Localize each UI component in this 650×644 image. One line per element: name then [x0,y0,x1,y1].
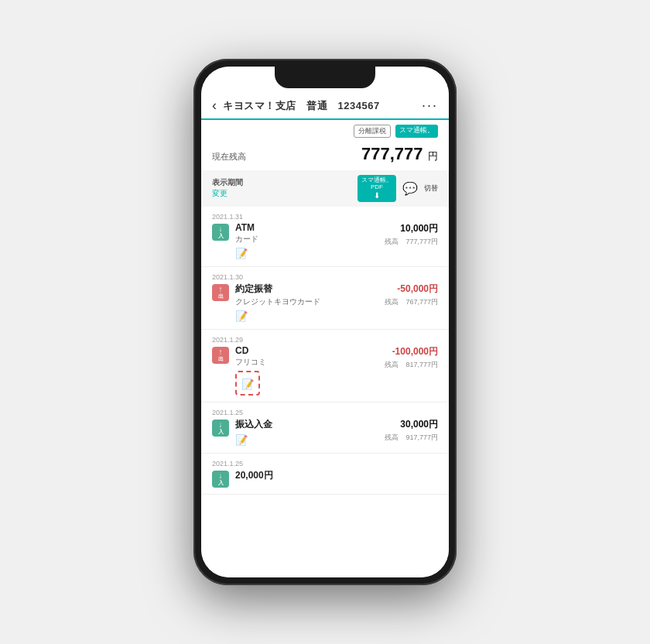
sma-badge[interactable]: スマ通帳。 [395,125,438,138]
tx-balance-1: 残高 767,777円 [385,297,438,307]
transaction-list: 2021.1.31 ↓ 入 ATM カード 📝 [201,207,449,502]
tx-direction-icon-4: ↓ 入 [212,471,229,488]
tx-direction-icon-3: ↓ 入 [212,420,229,437]
tx-date-0: 2021.1.31 [212,213,438,221]
balance-unit: 円 [428,150,438,162]
tx-name-1: 約定振替 [235,283,378,296]
tx-content-3: 振込入金 📝 [235,418,378,447]
tx-date-4: 2021.1.25 [212,460,438,468]
tx-sub-1: クレジットキヨウカード [235,296,378,307]
badges-row: 分離課税 スマ通帳。 [201,120,449,141]
period-change-button[interactable]: 変更 [212,188,243,199]
balance-label: 現在残高 [212,151,246,163]
tx-content-0: ATM カード 📝 [235,222,378,260]
tx-balance-3: 残高 917,777円 [385,433,438,443]
tx-name-0: ATM [235,222,378,233]
pdf-button[interactable]: スマ通帳。 PDF ⬇ [358,175,396,202]
tx-content-2: CD フリコミ 📝 [235,345,378,396]
tx-date-3: 2021.1.25 [212,409,438,416]
tx-balance-0: 残高 777,777円 [385,237,438,247]
tx-amounts-3: 30,000円 残高 917,777円 [385,418,438,443]
tx-name-2: CD [235,345,378,356]
tx-name-3: 振込入金 [235,418,378,431]
phone-screen: ‹ キヨスマ！支店 普通 1234567 ··· 分離課税 スマ通帳。 現在残高… [201,67,449,577]
tx-amount-3: 30,000円 [385,418,438,431]
period-section: 表示期間 変更 スマ通帳。 PDF ⬇ 💬 切替 [201,170,449,207]
period-right: スマ通帳。 PDF ⬇ 💬 切替 [358,175,438,202]
tx-date-2: 2021.1.29 [212,336,438,344]
transaction-item-0[interactable]: 2021.1.31 ↓ 入 ATM カード 📝 [201,207,449,267]
period-title: 表示期間 [212,177,243,188]
transaction-item-3[interactable]: 2021.1.25 ↓ 入 振込入金 📝 [201,402,449,454]
tx-amounts-0: 10,000円 残高 777,777円 [385,222,438,247]
bunri-badge[interactable]: 分離課税 [354,125,391,138]
balance-amount: 777,777 [361,144,423,163]
memo-icon-2[interactable]: 📝 [241,379,254,390]
memo-icon-0[interactable]: 📝 [235,248,248,259]
page-title: キヨスマ！支店 普通 1234567 [223,99,422,113]
tx-content-1: 約定振替 クレジットキヨウカード 📝 [235,283,378,323]
memo-dashed-box[interactable]: 📝 [235,371,260,396]
tx-direction-icon-1: ↑ 出 [212,284,229,301]
tx-amounts-1: -50,000円 残高 767,777円 [385,283,438,307]
balance-value: 777,777 円 [361,144,438,164]
tx-direction-icon-2: ↑ 出 [212,347,229,364]
tx-amount-2: -100,000円 [385,345,438,358]
tx-date-1: 2021.1.30 [212,273,438,281]
app-header: ‹ キヨスマ！支店 普通 1234567 ··· [201,91,449,120]
transaction-item-4[interactable]: 2021.1.25 ↓ 入 20,000円 [201,454,449,495]
transaction-item-1[interactable]: 2021.1.30 ↑ 出 約定振替 クレジットキヨウカード 📝 [201,267,449,330]
phone-frame: ‹ キヨスマ！支店 普通 1234567 ··· 分離課税 スマ通帳。 現在残高… [193,59,457,585]
memo-icon-3[interactable]: 📝 [235,434,248,446]
tx-content-4: 20,000円 [235,469,438,482]
tx-amounts-2: -100,000円 残高 817,777円 [385,345,438,370]
tx-balance-2: 残高 817,777円 [385,360,438,370]
tx-name-4: 20,000円 [235,469,438,482]
switch-button[interactable]: 切替 [424,183,438,194]
transaction-item-2[interactable]: 2021.1.29 ↑ 出 CD フリコミ [201,330,449,402]
back-button[interactable]: ‹ [212,98,217,114]
screen-content[interactable]: ‹ キヨスマ！支店 普通 1234567 ··· 分離課税 スマ通帳。 現在残高… [201,67,449,577]
tx-direction-icon-0: ↓ 入 [212,224,229,241]
tx-amount-0: 10,000円 [385,222,438,235]
memo-icon-1[interactable]: 📝 [235,310,248,322]
period-left: 表示期間 変更 [212,177,243,199]
more-button[interactable]: ··· [422,98,438,114]
balance-section: 現在残高 777,777 円 [201,141,449,170]
tx-sub-2: フリコミ [235,357,378,368]
tx-amount-1: -50,000円 [385,283,438,296]
tx-sub-0: カード [235,234,378,245]
pdf-label-2: PDF [361,184,392,191]
chat-icon[interactable]: 💬 [402,181,418,196]
notch [275,67,375,88]
